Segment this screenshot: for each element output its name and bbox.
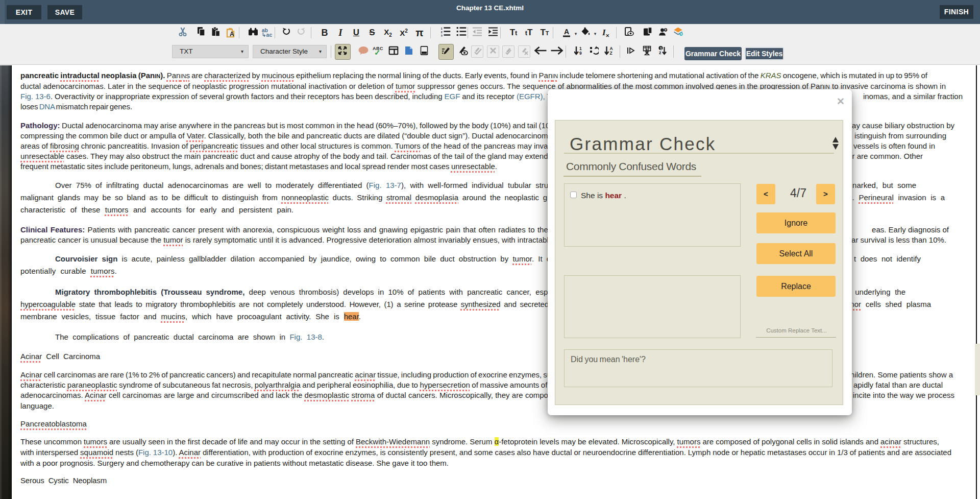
svg-text:z: z	[659, 50, 662, 55]
svg-text:9: 9	[579, 51, 582, 55]
svg-text:3: 3	[441, 34, 443, 37]
svg-text:Z: Z	[610, 51, 612, 55]
svg-text:+: +	[665, 28, 667, 32]
svg-text:1: 1	[441, 27, 443, 30]
svg-text:1: 1	[660, 46, 662, 50]
svg-text:2: 2	[441, 31, 443, 34]
svg-text:+: +	[680, 32, 683, 36]
